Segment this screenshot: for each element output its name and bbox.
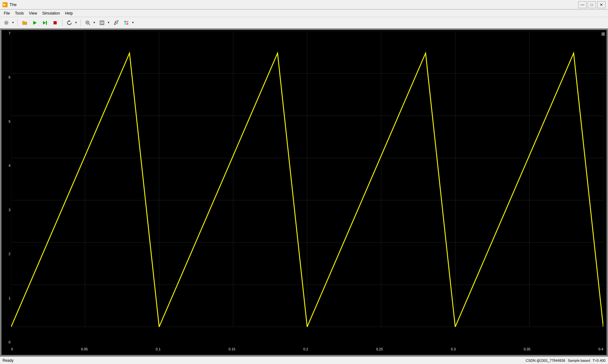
draw-button[interactable] [112,19,121,27]
settings-group: ▼ [2,19,15,27]
title-left: The [3,2,16,7]
menu-file[interactable]: File [1,10,12,16]
y-label-0: 0 [9,340,10,344]
x-axis: 0 0.05 0.1 0.15 0.2 0.25 0.3 0.35 0.4 [11,346,603,355]
refresh-group: ▼ [65,19,78,27]
close-button[interactable]: ✕ [597,1,605,8]
style-group: ▼ [122,19,135,27]
svg-marker-4 [43,21,46,25]
y-axis: 7 6 5 4 3 2 1 0 [2,30,11,345]
refresh-button[interactable] [65,19,74,27]
plot-container: ⊞ 7 6 5 4 3 2 1 0 [1,30,607,355]
x-label-005: 0.05 [81,347,88,351]
svg-line-9 [89,24,90,25]
menu-view[interactable]: View [26,10,40,16]
y-label-4: 4 [9,164,10,167]
menu-bar: File Tools View Simulation Help [0,9,608,17]
run-button[interactable] [30,19,39,27]
attribution-text: CSDN @2301_77844836 [526,359,565,362]
simulink-icon [3,2,8,7]
x-label-035: 0.35 [524,347,530,351]
zoom-icon [85,20,90,25]
title-bar: The — □ ✕ [0,0,608,9]
window-controls: — □ ✕ [578,1,605,8]
svg-rect-19 [127,23,128,25]
menu-simulation[interactable]: Simulation [40,10,62,16]
y-label-6: 6 [9,75,10,79]
step-icon [42,20,48,25]
zoom-dropdown-arrow[interactable]: ▼ [92,21,96,24]
run-icon [32,20,37,25]
svg-rect-18 [124,23,126,25]
x-label-04: 0.4 [598,347,603,351]
time-info: T=0.400 [592,359,605,362]
separator-1 [17,19,18,26]
step-forward-button[interactable] [41,19,49,27]
menu-help[interactable]: Help [62,10,75,16]
stop-button[interactable] [51,19,60,27]
fit-button[interactable] [98,19,106,27]
svg-rect-16 [124,21,126,22]
fit-icon [99,20,104,25]
window-title: The [10,2,16,7]
svg-rect-17 [127,21,128,22]
fit-dropdown-arrow[interactable]: ▼ [107,21,111,24]
separator-2 [62,19,62,26]
svg-marker-3 [33,21,37,25]
folder-icon [22,20,27,25]
y-label-1: 1 [9,296,10,300]
zoom-button[interactable] [83,19,92,27]
x-label-02: 0.2 [303,347,308,351]
y-label-2: 2 [9,252,10,256]
settings-dropdown-arrow[interactable]: ▼ [11,21,15,24]
minimize-button[interactable]: — [578,1,586,8]
separator-3 [80,19,81,26]
x-label-0: 0 [11,347,13,351]
x-label-025: 0.25 [376,347,383,351]
sample-info: Sample based [568,359,590,362]
status-text: Ready [3,358,14,363]
zoom-group: ▼ [83,19,96,27]
stop-icon [53,20,58,25]
gear-icon [4,20,9,25]
y-label-5: 5 [9,120,10,123]
svg-rect-12 [100,21,104,25]
open-button[interactable] [20,19,29,27]
maximize-button[interactable]: □ [588,1,596,8]
status-right: CSDN @2301_77844836 Sample based T=0.400 [526,359,605,362]
x-label-015: 0.15 [229,347,235,351]
draw-icon [114,20,119,25]
status-bar: Ready CSDN @2301_77844836 Sample based T… [0,356,608,364]
settings-button[interactable] [2,19,11,27]
refresh-icon [67,20,72,25]
toolbar: ▼ ▼ [0,17,608,28]
refresh-dropdown-arrow[interactable]: ▼ [74,21,78,24]
x-label-03: 0.3 [451,347,456,351]
plot-svg [11,31,603,327]
svg-point-15 [115,22,116,23]
svg-rect-5 [46,21,47,25]
y-label-7: 7 [9,31,10,35]
expand-icon[interactable]: ⊞ [601,31,605,36]
style-dropdown-arrow[interactable]: ▼ [131,21,135,24]
fit-group: ▼ [98,19,111,27]
y-label-3: 3 [9,208,10,212]
style-icon [124,20,129,25]
svg-rect-6 [54,21,57,24]
style-button[interactable] [122,19,131,27]
x-label-01: 0.1 [156,347,161,351]
menu-tools[interactable]: Tools [12,10,26,16]
main-content: ⊞ 7 6 5 4 3 2 1 0 [0,28,608,356]
svg-point-2 [5,22,7,24]
